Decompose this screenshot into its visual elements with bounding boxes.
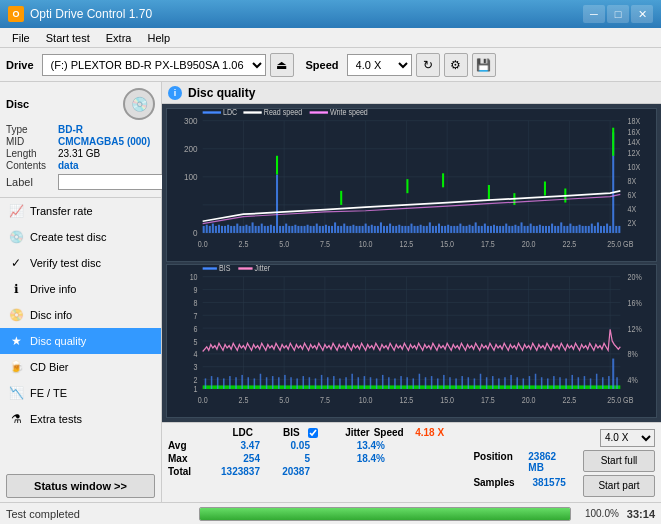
sidebar-item-disc-info[interactable]: 📀 Disc info (0, 302, 161, 328)
svg-rect-40 (236, 224, 238, 233)
svg-rect-30 (206, 225, 208, 233)
svg-rect-150 (572, 226, 574, 233)
speed-select-stats[interactable]: 4.0 X (600, 429, 655, 447)
sidebar-item-fe-te[interactable]: 📉 FE / TE (0, 380, 161, 406)
speed-select[interactable]: 4.0 X (347, 54, 412, 76)
jitter-header: Jitter (323, 427, 374, 438)
svg-rect-237 (260, 374, 262, 389)
svg-rect-49 (264, 226, 266, 233)
menu-extra[interactable]: Extra (98, 30, 140, 46)
svg-text:16X: 16X (627, 127, 640, 137)
refresh-button[interactable]: ↻ (416, 53, 440, 77)
svg-rect-243 (296, 378, 298, 389)
sidebar-item-cd-bier[interactable]: 🍺 CD Bier (0, 354, 161, 380)
svg-rect-99 (417, 226, 419, 233)
svg-rect-270 (461, 376, 463, 389)
sidebar-item-drive-info[interactable]: ℹ Drive info (0, 276, 161, 302)
svg-rect-117 (472, 226, 474, 233)
svg-rect-253 (358, 377, 360, 389)
svg-rect-106 (438, 224, 440, 233)
settings-button[interactable]: ⚙ (444, 53, 468, 77)
svg-rect-122 (487, 226, 489, 233)
disc-graphic: 💿 (123, 88, 155, 120)
start-full-button[interactable]: Start full (583, 450, 655, 472)
svg-rect-47 (258, 226, 260, 233)
svg-text:4X: 4X (627, 204, 636, 214)
svg-rect-233 (235, 377, 237, 389)
svg-text:4%: 4% (627, 376, 637, 386)
svg-text:9: 9 (194, 286, 198, 296)
start-part-button[interactable]: Start part (583, 475, 655, 497)
speed-value-stat: 4.18 X (415, 427, 461, 438)
svg-rect-157 (594, 226, 596, 233)
menu-help[interactable]: Help (139, 30, 178, 46)
svg-text:22.5: 22.5 (562, 396, 576, 406)
avg-bis: 0.05 (268, 440, 318, 451)
disc-section-title: Disc (6, 98, 29, 110)
position-label: Position (473, 451, 524, 473)
menu-start-test[interactable]: Start test (38, 30, 98, 46)
svg-rect-32 (212, 224, 214, 233)
svg-rect-279 (516, 377, 518, 389)
drive-select[interactable]: (F:) PLEXTOR BD-R PX-LB950SA 1.06 (42, 54, 266, 76)
svg-rect-54 (279, 226, 281, 233)
svg-rect-249 (333, 376, 335, 389)
svg-rect-231 (223, 378, 225, 389)
svg-rect-67 (319, 226, 321, 233)
minimize-button[interactable]: ─ (583, 5, 605, 23)
contents-value: data (58, 160, 79, 171)
svg-rect-126 (499, 226, 501, 233)
svg-rect-39 (233, 226, 235, 233)
svg-rect-296 (616, 377, 618, 389)
disc-type-row: Type BD-R (6, 124, 155, 135)
svg-rect-266 (437, 378, 439, 389)
svg-rect-60 (297, 226, 299, 233)
svg-rect-245 (309, 377, 311, 389)
svg-rect-255 (370, 377, 372, 389)
svg-rect-135 (527, 226, 529, 233)
mid-value: CMCMAGBA5 (000) (58, 136, 150, 147)
svg-rect-132 (517, 226, 519, 233)
sidebar-item-create-test-disc[interactable]: 💿 Create test disc (0, 224, 161, 250)
svg-rect-285 (553, 376, 555, 389)
svg-rect-166 (276, 156, 278, 175)
svg-rect-128 (505, 224, 507, 233)
svg-rect-142 (548, 226, 550, 233)
menu-file[interactable]: File (4, 30, 38, 46)
status-window-button[interactable]: Status window >> (6, 474, 155, 498)
svg-rect-240 (278, 377, 280, 389)
svg-rect-250 (339, 378, 341, 389)
drive-info-icon: ℹ (8, 281, 24, 297)
svg-rect-118 (475, 222, 477, 233)
close-button[interactable]: ✕ (631, 5, 653, 23)
maximize-button[interactable]: □ (607, 5, 629, 23)
sidebar-label-transfer-rate: Transfer rate (30, 205, 93, 217)
sidebar-label-verify-test-disc: Verify test disc (30, 257, 101, 269)
svg-rect-130 (511, 226, 513, 233)
jitter-checkbox[interactable] (308, 428, 318, 438)
svg-rect-108 (444, 226, 446, 233)
sidebar-item-disc-quality[interactable]: ★ Disc quality (0, 328, 161, 354)
sidebar-item-verify-test-disc[interactable]: ✓ Verify test disc (0, 250, 161, 276)
svg-rect-119 (478, 226, 480, 233)
svg-rect-156 (591, 224, 593, 233)
svg-rect-138 (536, 226, 538, 233)
eject-button[interactable]: ⏏ (270, 53, 294, 77)
svg-rect-186 (203, 111, 221, 113)
content-area: i Disc quality (162, 82, 661, 502)
svg-rect-120 (481, 226, 483, 233)
svg-text:22.5: 22.5 (562, 240, 576, 250)
svg-rect-162 (609, 226, 611, 233)
save-button[interactable]: 💾 (472, 53, 496, 77)
window-controls: ─ □ ✕ (583, 5, 653, 23)
max-ldc: 254 (208, 453, 268, 464)
svg-rect-61 (300, 226, 302, 233)
svg-text:7.5: 7.5 (320, 240, 330, 250)
length-label: Length (6, 148, 58, 159)
svg-rect-97 (410, 224, 412, 233)
svg-rect-59 (294, 225, 296, 233)
sidebar-item-extra-tests[interactable]: ⚗ Extra tests (0, 406, 161, 432)
svg-rect-91 (392, 226, 394, 233)
sidebar-item-transfer-rate[interactable]: 📈 Transfer rate (0, 198, 161, 224)
cd-bier-icon: 🍺 (8, 359, 24, 375)
